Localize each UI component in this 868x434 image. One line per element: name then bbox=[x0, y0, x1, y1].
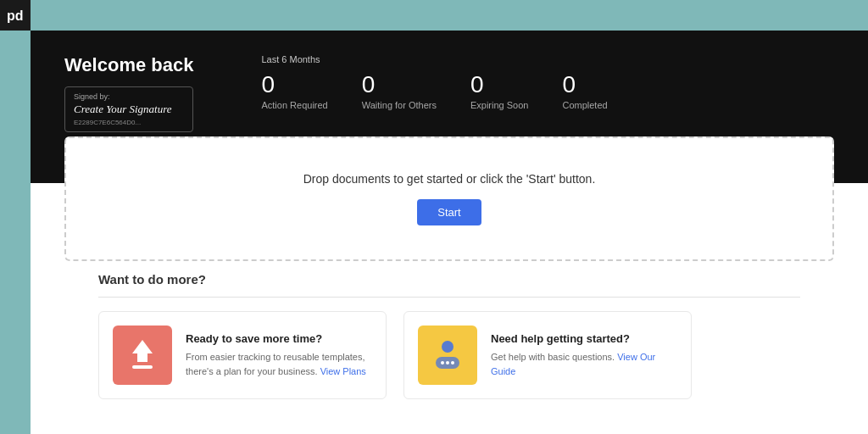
signature-hash: E2289C7E6C564D0... bbox=[74, 119, 184, 126]
stat-waiting-others: 0 Waiting for Others bbox=[362, 73, 437, 110]
svg-point-6 bbox=[446, 361, 449, 364]
stat-expiring-soon: 0 Expiring Soon bbox=[470, 73, 529, 110]
stat-action-required: 0 Action Required bbox=[261, 73, 327, 110]
logo-bar: pd bbox=[0, 0, 31, 31]
svg-rect-2 bbox=[132, 365, 153, 369]
main-wrapper: Welcome back Signed by: Create Your Sign… bbox=[31, 31, 868, 434]
stats-row: 0 Action Required 0 Waiting for Others 0… bbox=[261, 73, 607, 110]
plans-card-icon-box bbox=[113, 326, 172, 385]
signed-by-label: Signed by: bbox=[74, 92, 184, 101]
svg-marker-1 bbox=[132, 340, 153, 362]
welcome-title: Welcome back bbox=[64, 54, 193, 76]
stat-label-action: Action Required bbox=[261, 100, 327, 110]
stat-number-expiring: 0 bbox=[470, 73, 484, 97]
view-guide-link[interactable]: View Our Guide bbox=[491, 352, 655, 376]
stat-label-completed: Completed bbox=[562, 100, 607, 110]
signature-card: Signed by: Create Your Signature E2289C7… bbox=[64, 86, 193, 132]
plans-card-title: Ready to save more time? bbox=[186, 332, 372, 345]
stat-number-action: 0 bbox=[261, 73, 275, 97]
plans-card-content: Ready to save more time? From easier tra… bbox=[186, 332, 372, 378]
content-section: Drop documents to get started or click t… bbox=[31, 183, 868, 434]
drop-zone-text: Drop documents to get started or click t… bbox=[303, 172, 596, 186]
plans-card: Ready to save more time? From easier tra… bbox=[98, 311, 387, 399]
more-section-title: Want to do more? bbox=[98, 272, 800, 298]
svg-text:pd: pd bbox=[7, 8, 24, 23]
drop-zone: Drop documents to get started or click t… bbox=[64, 136, 834, 261]
help-icon bbox=[429, 337, 466, 374]
guide-card-icon-box bbox=[418, 326, 477, 385]
stat-number-completed: 0 bbox=[562, 73, 576, 97]
guide-card: Need help getting started? Get help with… bbox=[403, 311, 692, 399]
guide-card-desc: Get help with basic questions. View Our … bbox=[491, 350, 677, 378]
plans-card-desc: From easier tracking to reusable templat… bbox=[186, 350, 372, 378]
more-section: Want to do more? Ready to save more time… bbox=[64, 272, 834, 399]
pd-logo-icon: pd bbox=[6, 6, 25, 25]
stats-block: Last 6 Months 0 Action Required 0 Waitin… bbox=[261, 54, 607, 110]
stat-label-waiting: Waiting for Others bbox=[362, 100, 437, 110]
stat-number-waiting: 0 bbox=[362, 73, 376, 97]
stat-label-expiring: Expiring Soon bbox=[470, 100, 529, 110]
upload-icon bbox=[125, 337, 159, 374]
header-top: Welcome back Signed by: Create Your Sign… bbox=[64, 54, 834, 132]
guide-card-content: Need help getting started? Get help with… bbox=[491, 332, 677, 378]
start-button[interactable]: Start bbox=[417, 199, 481, 225]
stat-completed: 0 Completed bbox=[562, 73, 607, 110]
drop-zone-wrapper: Drop documents to get started or click t… bbox=[64, 136, 834, 261]
view-plans-link[interactable]: View Plans bbox=[320, 366, 366, 376]
period-label: Last 6 Months bbox=[261, 54, 607, 64]
svg-point-5 bbox=[441, 361, 444, 364]
svg-point-3 bbox=[442, 341, 453, 353]
signature-text: Create Your Signature bbox=[74, 103, 184, 116]
svg-point-7 bbox=[451, 361, 454, 364]
cards-row: Ready to save more time? From easier tra… bbox=[98, 311, 800, 399]
guide-card-title: Need help getting started? bbox=[491, 332, 677, 345]
welcome-block: Welcome back Signed by: Create Your Sign… bbox=[64, 54, 193, 132]
